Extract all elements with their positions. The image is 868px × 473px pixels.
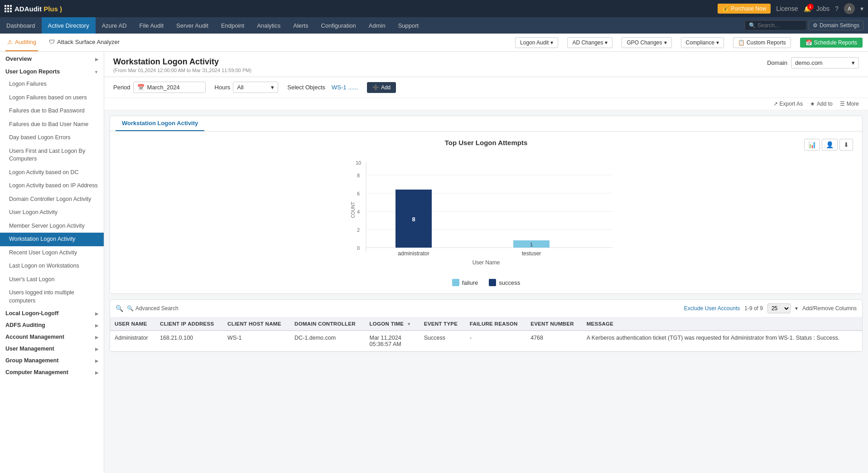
calendar-icon: 📅 [805, 39, 812, 46]
schedule-reports-button[interactable]: 📅 Schedule Reports [800, 38, 863, 48]
sidebar-item-member-server-logon[interactable]: Member Server Logon Activity [0, 219, 104, 233]
sidebar-item-users-last-logon[interactable]: User's Last Logon [0, 273, 104, 287]
subnav-auditing[interactable]: ⚠ Auditing [5, 34, 38, 51]
license-link[interactable]: License [776, 5, 798, 12]
nav-support[interactable]: Support [392, 17, 425, 34]
nav-alerts[interactable]: Alerts [287, 17, 314, 34]
legend-success-color [489, 279, 496, 286]
sidebar-overview[interactable]: Overview [0, 52, 104, 66]
sidebar-group-account-management[interactable]: Account Management [0, 331, 104, 343]
nav-server-audit[interactable]: Server Audit [170, 17, 215, 34]
nav-admin[interactable]: Admin [362, 17, 392, 34]
nav-azure-ad[interactable]: Azure AD [96, 17, 133, 34]
th-client-ip: CLIENT IP ADDRESS [155, 317, 223, 331]
add-remove-columns-button[interactable]: Add/Remove Columns [802, 305, 857, 312]
sidebar-group-user-management[interactable]: User Management [0, 343, 104, 355]
chevron-down-icon: ▾ [664, 39, 667, 46]
export-as-link[interactable]: ↗ Export As [773, 101, 803, 107]
domain-select[interactable]: demo.com ▾ [791, 57, 859, 68]
user-chevron-icon[interactable]: ▾ [860, 5, 863, 12]
sidebar-item-failures-bad-username[interactable]: Failures due to Bad User Name [0, 118, 104, 132]
chart-area: Top User Logon Attempts 📊 👤 ⬇ 10 8 6 [110, 132, 862, 293]
sidebar-item-domain-controller-logon[interactable]: Domain Controller Logon Activity [0, 193, 104, 206]
sidebar-item-user-logon-activity[interactable]: User Logon Activity [0, 206, 104, 219]
chart-user-icon-btn[interactable]: 👤 [822, 139, 838, 151]
cell-message: A Kerberos authentication ticket (TGT) w… [582, 331, 862, 351]
jobs-link[interactable]: Jobs [816, 5, 830, 12]
sidebar-item-logon-activity-dc[interactable]: Logon Activity based on DC [0, 166, 104, 180]
search-input[interactable] [757, 22, 803, 29]
nav-analytics[interactable]: Analytics [251, 17, 287, 34]
gpo-changes-dropdown[interactable]: GPO Changes ▾ [622, 37, 671, 48]
select-objects-value[interactable]: WS-1 ...... [332, 84, 358, 91]
purchase-now-button[interactable]: 💰 Purchase Now [718, 4, 771, 14]
custom-reports-button[interactable]: 📋 Custom Reports [733, 37, 791, 48]
page-title: Workstation Logon Activity [113, 57, 251, 67]
nav-endpoint[interactable]: Endpoint [215, 17, 251, 34]
nav-file-audit[interactable]: File Audit [133, 17, 170, 34]
report-icon: 📋 [738, 39, 745, 46]
logon-audit-dropdown[interactable]: Logon Audit ▾ [515, 37, 558, 48]
star-icon: ★ [810, 101, 815, 107]
domain-selector: Domain demo.com ▾ [767, 57, 859, 68]
chart-download-icon-btn[interactable]: ⬇ [839, 139, 853, 151]
compliance-dropdown[interactable]: Compliance ▾ [681, 37, 724, 48]
per-page-select[interactable]: 25 50 100 [767, 303, 791, 313]
svg-text:8: 8 [357, 173, 360, 178]
sidebar-item-recent-user-logon[interactable]: Recent User Logon Activity [0, 246, 104, 260]
user-avatar[interactable]: A [844, 3, 855, 14]
hours-select[interactable]: All ▾ [233, 82, 278, 93]
chart-tab-workstation-logon[interactable]: Workstation Logon Activity [116, 116, 204, 131]
th-logon-time[interactable]: LOGON TIME ▼ [365, 317, 419, 331]
adfs-chevron-icon [95, 322, 98, 328]
svg-text:0: 0 [357, 245, 360, 251]
sidebar-item-last-logon-workstations[interactable]: Last Logon on Workstations [0, 259, 104, 273]
exclude-user-accounts-link[interactable]: Exclude User Accounts [684, 305, 740, 312]
sidebar-item-users-logged-multiple[interactable]: Users logged into multiple computers [0, 286, 104, 307]
sidebar-group-group-management[interactable]: Group Management [0, 355, 104, 366]
th-message: MESSAGE [582, 317, 862, 331]
advanced-search-button[interactable]: 🔍 Advanced Search [127, 305, 178, 312]
notifications-bell[interactable]: 🔔 1 [804, 5, 811, 12]
svg-text:6: 6 [357, 191, 360, 196]
sidebar-item-logon-failures-users[interactable]: Logon Failures based on users [0, 91, 104, 105]
add-to-link[interactable]: ★ Add to [810, 101, 833, 107]
app-logo[interactable]: ADAudit Plus ) [5, 5, 62, 13]
cell-domain-controller: DC-1.demo.com [290, 331, 365, 351]
nav-dashboard[interactable]: Dashboard [0, 17, 42, 34]
shield-icon: 🛡 [49, 39, 55, 45]
svg-text:COUNT: COUNT [351, 202, 356, 218]
nav-configuration[interactable]: Configuration [314, 17, 362, 34]
svg-text:10: 10 [356, 160, 361, 166]
sidebar-item-users-first-last-logon[interactable]: Users First and Last Logon By Computers [0, 145, 104, 166]
help-icon[interactable]: ? [835, 5, 839, 12]
sidebar-item-logon-failures[interactable]: Logon Failures [0, 78, 104, 91]
top-bar-right: 💰 Purchase Now License 🔔 1 Jobs ? A ▾ [718, 3, 863, 14]
legend-success-label: success [499, 279, 520, 286]
cell-client-ip: 168.21.0.100 [155, 331, 223, 351]
chart-title: Top User Logon Attempts [119, 139, 853, 146]
sidebar-group-user-logon-reports[interactable]: User Logon Reports [0, 66, 104, 78]
domain-settings-button[interactable]: ⚙ Domain Settings [809, 20, 863, 30]
sidebar-item-day-based-logon-errors[interactable]: Day based Logon Errors [0, 131, 104, 145]
ad-changes-dropdown[interactable]: AD Changes ▾ [567, 37, 612, 48]
period-selector: Period 📅 March_2024 [113, 82, 206, 93]
nav-active-directory[interactable]: Active Directory [42, 17, 96, 34]
sidebar-group-adfs-auditing[interactable]: ADFS Auditing [0, 319, 104, 331]
period-input[interactable]: 📅 March_2024 [133, 82, 206, 93]
domain-label: Domain [767, 59, 787, 66]
sort-icon: ▼ [407, 322, 411, 327]
chart-bar-icon-btn[interactable]: 📊 [804, 139, 820, 151]
sidebar-item-workstation-logon[interactable]: Workstation Logon Activity [0, 233, 104, 246]
more-link[interactable]: ☰ More [840, 101, 859, 107]
sidebar-group-computer-management[interactable]: Computer Management [0, 366, 104, 378]
calendar-icon: 📅 [137, 84, 145, 91]
add-button[interactable]: ➕ Add [367, 82, 396, 93]
sidebar-group-local-logon-logoff[interactable]: Local Logon-Logoff [0, 307, 104, 319]
search-box[interactable]: 🔍 [745, 20, 807, 30]
sidebar-item-logon-activity-ip[interactable]: Logon Activity based on IP Address [0, 179, 104, 193]
subnav-attack-surface[interactable]: 🛡 Attack Surface Analyzer [47, 34, 121, 51]
sidebar-item-failures-bad-password[interactable]: Failures due to Bad Password [0, 104, 104, 118]
svg-text:4: 4 [357, 209, 360, 215]
table-search-icon[interactable]: 🔍 [116, 305, 123, 312]
